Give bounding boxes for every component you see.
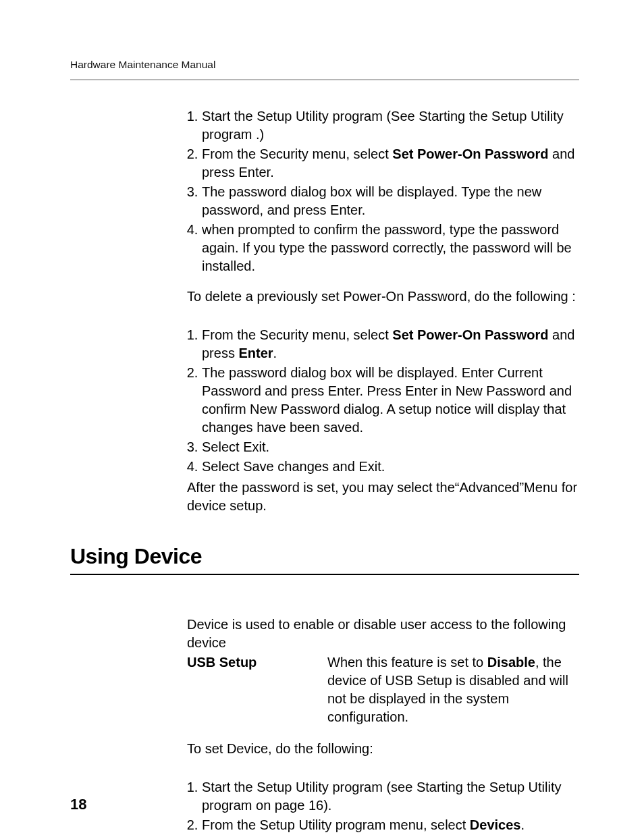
delete-password-steps: From the Security menu, select Set Power… [187, 326, 579, 476]
text: Start the Setup Utility program (see Sta… [202, 780, 561, 813]
set-device-steps: Start the Setup Utility program (see Sta… [187, 778, 579, 839]
body-content: Start the Setup Utility program (See Sta… [187, 107, 579, 515]
section-heading-using-device: Using Device [70, 542, 579, 575]
text: When this feature is set to [327, 655, 487, 670]
text: The password dialog box will be displaye… [202, 365, 572, 435]
after-password-paragraph: After the password is set, you may selec… [187, 479, 579, 515]
text: Select Save changes and Exit. [202, 459, 385, 474]
set-password-steps: Start the Setup Utility program (See Sta… [187, 107, 579, 275]
using-device-content: Device is used to enable or disable user… [187, 616, 579, 839]
delete-intro-paragraph: To delete a previously set Power-On Pass… [187, 288, 579, 306]
text: . [520, 817, 525, 832]
bold-text: Set Power-On Password [392, 327, 548, 342]
definition-term: USB Setup [187, 653, 327, 726]
list-item: Start the Setup Utility program (See Sta… [202, 107, 579, 144]
list-item: Select Exit. [202, 438, 579, 456]
definition-text: When this feature is set to Disable, the… [327, 653, 579, 726]
bold-text: Disable [487, 655, 535, 670]
page: Hardware Maintenance Manual Start the Se… [0, 0, 644, 839]
list-item: The password dialog box will be displaye… [202, 183, 579, 219]
device-intro-paragraph: Device is used to enable or disable user… [187, 616, 579, 652]
list-item: From the Setup Utility program menu, sel… [202, 816, 579, 834]
bold-text: Enter [238, 346, 273, 360]
list-item: Select Save changes and Exit. [202, 458, 579, 476]
list-item: when prompted to confirm the password, t… [202, 221, 579, 275]
list-item: From the Security menu, select Set Power… [202, 145, 579, 182]
bold-text: Set Power-On Password [392, 146, 548, 161]
text: Start the Setup Utility program (See Sta… [202, 109, 564, 142]
list-item: From the Security menu, select Set Power… [202, 326, 579, 362]
bold-text: Devices [470, 817, 521, 832]
text: . [273, 346, 277, 360]
page-number: 18 [70, 794, 86, 815]
list-item: Start the Setup Utility program (see Sta… [202, 778, 579, 815]
text: From the Setup Utility program menu, sel… [202, 817, 470, 832]
text: Select Exit. [202, 439, 269, 454]
usb-setup-definition: USB Setup When this feature is set to Di… [187, 653, 579, 726]
list-item: Select USB Setup. [202, 836, 579, 839]
set-device-intro: To set Device, do the following: [187, 740, 579, 758]
list-item: The password dialog box will be displaye… [202, 364, 579, 437]
text: From the Security menu, select [202, 327, 392, 342]
running-header: Hardware Maintenance Manual [70, 58, 579, 80]
text: From the Security menu, select [202, 146, 392, 161]
text: when prompted to confirm the password, t… [202, 222, 572, 273]
text: The password dialog box will be displaye… [202, 184, 541, 217]
